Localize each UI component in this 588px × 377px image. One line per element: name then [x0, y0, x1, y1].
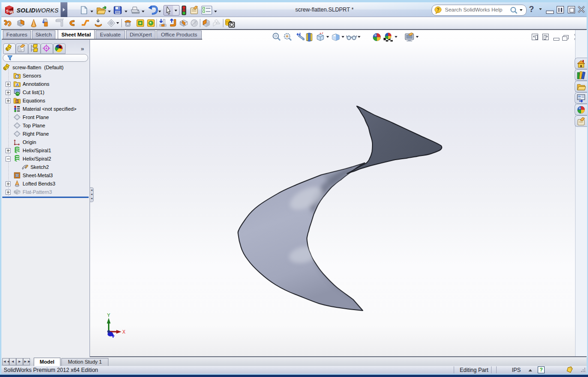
svg-text:Σ: Σ	[16, 99, 18, 103]
svg-text:?: ?	[437, 7, 439, 12]
svg-text:A: A	[16, 83, 18, 87]
svg-text:Y: Y	[107, 313, 110, 318]
svg-text:X: X	[122, 329, 126, 335]
